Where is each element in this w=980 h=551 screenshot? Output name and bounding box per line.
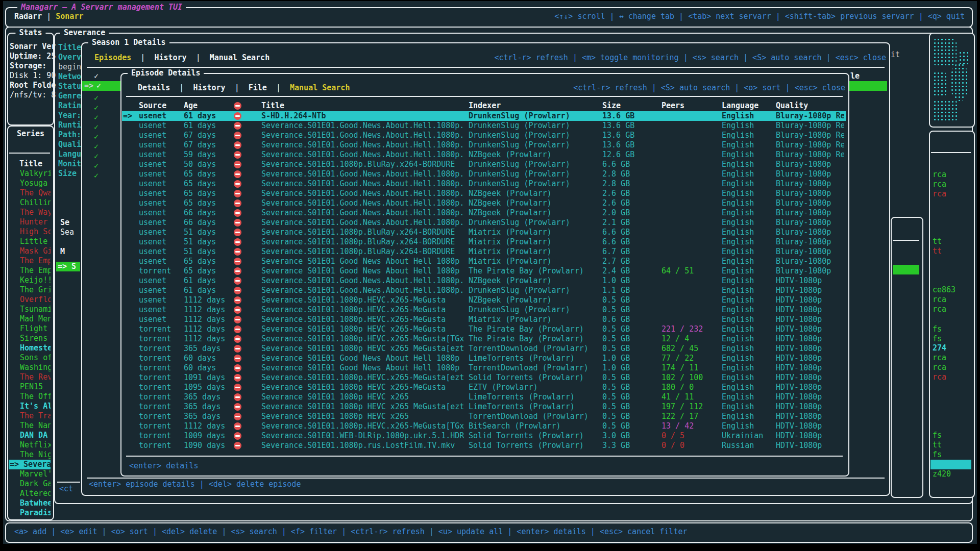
tab-library[interactable]: Library | xyxy=(10,139,69,149)
library-item[interactable]: Sons of xyxy=(9,353,51,363)
library-item[interactable]: Marvel' xyxy=(9,469,51,479)
table-row[interactable]: usenet1112 daysSeverance.S01E01.1080p.HE… xyxy=(122,315,846,324)
tab-radarr[interactable]: Radarr xyxy=(14,12,42,21)
library-item[interactable]: It's Al xyxy=(9,402,51,411)
table-row[interactable]: torrent1112 daysSeverance.S01E01.1080p.H… xyxy=(122,421,846,431)
table-row[interactable]: torrent1090 daysSeverance.S01E01.1080p.r… xyxy=(122,441,846,450)
table-row[interactable]: usenet59 daysSeverance.S01E01.Good.News.… xyxy=(122,150,846,160)
library-item[interactable]: Batwhee xyxy=(9,498,51,508)
column-header-age[interactable]: Age xyxy=(184,101,198,111)
cell-source: usenet xyxy=(139,228,166,237)
library-item[interactable]: Altered xyxy=(9,489,51,498)
season-tab-episodes[interactable]: Episodes xyxy=(94,53,131,62)
episode-monitored-icon[interactable]: ✓ xyxy=(94,142,99,152)
table-row[interactable]: torrent60 daysSeverance S01E01 Good News… xyxy=(122,363,846,373)
library-item[interactable]: Washing xyxy=(9,363,51,372)
season-tab-history[interactable]: History xyxy=(154,53,186,62)
table-row[interactable]: usenet65 daysSeverance.S01E01.Good.News.… xyxy=(122,189,846,198)
table-row[interactable]: torrent365 daysSeverance S01E01 1080p HE… xyxy=(122,344,846,354)
library-item[interactable]: The Nan xyxy=(9,421,51,431)
table-row[interactable]: usenet65 daysSeverance.S01E01.Good.News.… xyxy=(122,169,846,179)
season-tab-manual-search[interactable]: Manual Search xyxy=(210,53,270,62)
library-item[interactable]: Homeste xyxy=(9,343,51,353)
table-row[interactable]: usenet65 daysSeverance.S01E01.Good.News.… xyxy=(122,179,846,189)
library-item[interactable]: The Gri xyxy=(9,285,51,295)
table-row[interactable]: torrent65 daysSeverance S01E01 Good News… xyxy=(122,266,846,276)
table-row[interactable]: usenet67 daysSeverance.S01E01.Good.News.… xyxy=(122,140,846,150)
episode-tab-details[interactable]: Details xyxy=(138,83,170,92)
library-item[interactable]: Mask Gi xyxy=(9,246,51,256)
library-item[interactable]: The Tra xyxy=(9,411,51,421)
library-item[interactable]: Tsunami xyxy=(9,305,51,314)
table-row[interactable]: usenet51 daysSeverance.S01E01.1080p.BluR… xyxy=(122,247,846,257)
table-row[interactable]: torrent60 daysSeverance S01E01 Good News… xyxy=(122,354,846,363)
table-row[interactable]: usenet65 daysSeverance S01E01 Good News … xyxy=(122,257,846,266)
cell-age: 1009 days xyxy=(184,431,225,441)
table-row[interactable]: usenet51 daysSeverance.S01E01.1080p.BluR… xyxy=(122,237,846,247)
table-row[interactable]: usenet1112 daysSeverance.S01E01.1080p.HE… xyxy=(122,305,846,315)
library-item[interactable]: Overflo xyxy=(9,295,51,305)
table-row[interactable]: usenet66 daysSeverance.S01E01.Good.News.… xyxy=(122,208,846,218)
tab-sonarr[interactable]: Sonarr xyxy=(56,12,83,21)
column-header-indexer[interactable]: Indexer xyxy=(469,101,501,111)
library-item[interactable]: The Nig xyxy=(9,450,51,460)
column-header-size[interactable]: Size xyxy=(602,101,621,111)
column-header-language[interactable]: Language xyxy=(722,101,758,111)
table-row[interactable]: torrent1095 daysSeverance S01E01 1080p H… xyxy=(122,383,846,392)
library-item[interactable]: Little xyxy=(9,237,51,246)
table-row[interactable]: usenet61 daysSeverance.S01E01.Good.News.… xyxy=(122,276,846,286)
library-item[interactable]: The Way xyxy=(9,208,51,217)
library-item[interactable]: Dark Ga xyxy=(9,479,51,489)
library-item[interactable]: Sirens xyxy=(9,334,51,343)
library-item[interactable]: The Off xyxy=(9,392,51,402)
library-item[interactable]: High Sc xyxy=(9,227,51,237)
episode-monitored-icon[interactable]: ✓ xyxy=(94,113,99,122)
column-header-title[interactable]: Title xyxy=(261,101,284,111)
episode-monitored-icon[interactable]: ✓ xyxy=(94,132,99,142)
library-item[interactable]: The Emp xyxy=(9,266,51,276)
table-row[interactable]: usenet65 daysSeverance.S01E01.Good.News.… xyxy=(122,198,846,208)
library-item[interactable]: Valkyri xyxy=(9,169,51,179)
library-item[interactable]: DAN DA xyxy=(9,431,51,440)
library-item[interactable]: Paradis xyxy=(9,508,51,518)
table-row[interactable]: usenet66 daysSeverance.S01E01.Good.News.… xyxy=(122,218,846,228)
library-item[interactable]: The Emp xyxy=(9,256,51,266)
table-row[interactable]: =>usenet61 daysS-HD.H.264-NTbDrunkenSlug… xyxy=(122,111,846,121)
table-row[interactable]: usenet67 daysSeverance.S01E01.Good.News.… xyxy=(122,131,846,140)
column-header-quality[interactable]: Quality xyxy=(776,101,808,111)
library-item[interactable]: The Qwa xyxy=(9,188,51,198)
library-item[interactable]: Yosuga xyxy=(9,179,51,188)
episode-tab-file[interactable]: File xyxy=(249,83,267,92)
table-row[interactable]: usenet50 daysSeverance.S01E01.1080p.BluR… xyxy=(122,160,846,169)
episode-monitored-icon[interactable]: ✓ xyxy=(94,161,99,171)
episode-tab-history[interactable]: History xyxy=(193,83,225,92)
cell-size: 2.7 GB xyxy=(602,257,630,266)
column-header-peers[interactable]: Peers xyxy=(662,101,684,111)
library-item[interactable]: Flight xyxy=(9,324,51,334)
table-row[interactable]: usenet61 daysSeverance.S01E01.Good.News.… xyxy=(122,121,846,131)
library-item[interactable]: Keijo!! xyxy=(9,276,51,285)
table-row[interactable]: torrent1112 daysSeverance.S01E01.1080p.H… xyxy=(122,334,846,344)
episode-monitored-icon[interactable]: ✓ xyxy=(94,171,99,181)
table-row[interactable]: torrent1009 daysSeverance.S01E01.WEB-DLR… xyxy=(122,431,846,441)
episode-monitored-icon[interactable]: ✓ xyxy=(94,152,99,161)
library-item[interactable]: Chillin xyxy=(9,198,51,208)
library-item[interactable]: The Rev xyxy=(9,372,51,382)
library-item-selected[interactable]: => Severan xyxy=(9,460,51,469)
table-row[interactable]: torrent365 daysSeverance S01E01 1080p HE… xyxy=(122,392,846,402)
episode-monitored-icon[interactable]: ✓ xyxy=(94,122,99,132)
table-row[interactable]: torrent1091 daysSeverance.S01E01.1080p.H… xyxy=(122,373,846,383)
table-row[interactable]: usenet51 daysSeverance.S01E01.1080p.BluR… xyxy=(122,228,846,237)
library-item[interactable]: Hunter xyxy=(9,217,51,227)
column-header-source[interactable]: Source xyxy=(139,101,166,111)
table-row[interactable]: usenet1112 daysSeverance.S01E01.1080p.HE… xyxy=(122,295,846,305)
library-item[interactable]: Mad Men xyxy=(9,314,51,324)
selected-season-row-fragment[interactable]: => S xyxy=(56,262,80,271)
table-row[interactable]: torrent365 daysSeverance S01E01 1080p HE… xyxy=(122,412,846,421)
episode-tab-manual-search[interactable]: Manual Search xyxy=(290,83,350,92)
library-item[interactable]: Netflix xyxy=(9,440,51,450)
table-row[interactable]: torrent365 daysSeverance S01E01 1080p HE… xyxy=(122,402,846,412)
table-row[interactable]: torrent1112 daysSeverance S01E01 1080p H… xyxy=(122,324,846,334)
table-row[interactable]: usenet61 daysSeverance.S01E01.Good.News.… xyxy=(122,286,846,295)
library-item[interactable]: PEN15 xyxy=(9,382,51,392)
